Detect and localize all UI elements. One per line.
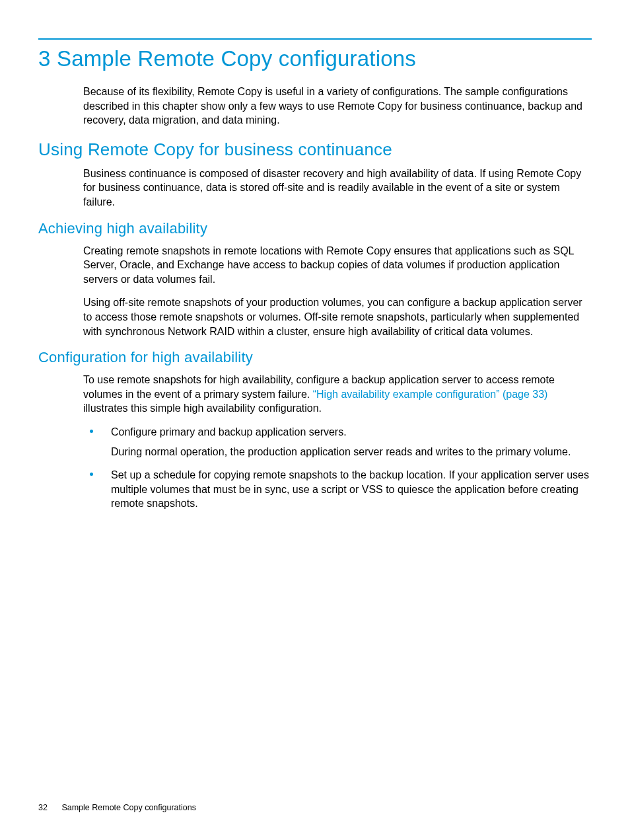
page-content: 3 Sample Remote Copy configurations Beca… <box>0 0 630 511</box>
bullet-icon <box>90 473 93 476</box>
footer-page-number: 32 <box>38 803 48 812</box>
section-body-ha-1: Creating remote snapshots in remote loca… <box>83 244 592 287</box>
top-rule <box>38 38 592 40</box>
section-body-ha-2: Using off-site remote snapshots of your … <box>83 295 592 338</box>
bullet-text-2: Set up a schedule for copying remote sna… <box>111 468 592 511</box>
bullet-icon <box>90 430 93 433</box>
section-heading-high-availability: Achieving high availability <box>38 220 592 237</box>
list-item: Set up a schedule for copying remote sna… <box>83 468 592 511</box>
section-body-business-continuance: Business continuance is composed of disa… <box>83 167 592 210</box>
chapter-title: 3 Sample Remote Copy configurations <box>38 46 592 71</box>
link-ha-example-config[interactable]: “High availability example configuration… <box>313 389 548 400</box>
list-item: Configure primary and backup application… <box>83 425 592 459</box>
footer-section-label: Sample Remote Copy configurations <box>61 803 196 812</box>
section-body-config-ha-intro: To use remote snapshots for high availab… <box>83 373 592 416</box>
config-ha-bullet-list: Configure primary and backup application… <box>83 425 592 511</box>
section-heading-business-continuance: Using Remote Copy for business continuan… <box>38 139 592 160</box>
bullet-sub-1: During normal operation, the production … <box>111 445 592 459</box>
bullet-text-1: Configure primary and backup application… <box>111 425 592 439</box>
section-heading-config-ha: Configuration for high availability <box>38 349 592 366</box>
page-footer: 32 Sample Remote Copy configurations <box>38 803 196 812</box>
chapter-intro: Because of its flexibility, Remote Copy … <box>83 85 592 128</box>
config-ha-intro-post: illustrates this simple high availabilit… <box>83 402 322 414</box>
